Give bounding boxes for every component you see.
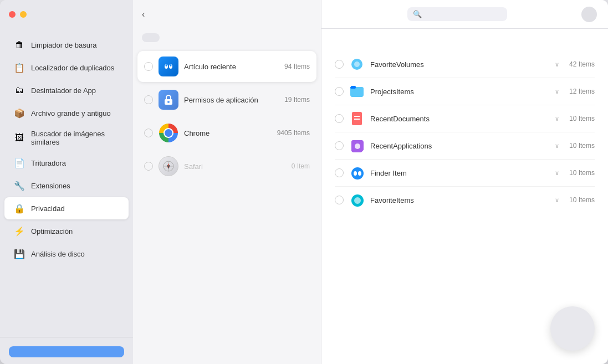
item-count-articulo: 94 Items	[284, 63, 310, 70]
item-checkbox-chrome[interactable]	[144, 129, 153, 137]
sidebar-item-label-limpiador: Limpiador de basura	[31, 41, 97, 49]
sidebar-item-label-archivo: Archivo grande y antiguo	[31, 109, 111, 117]
duplicados-nav-icon: 📋	[13, 61, 25, 74]
traffic-light-red[interactable]	[9, 11, 16, 18]
sidebar-item-label-desinstalador: Desintalador de App	[31, 86, 96, 95]
svg-point-0	[161, 59, 176, 74]
item-count-permisos: 19 Items	[284, 96, 310, 104]
select-all-button[interactable]	[142, 33, 160, 42]
search-input[interactable]	[425, 10, 518, 18]
sub-checkbox-finderitem[interactable]	[335, 168, 344, 177]
item-checkbox-articulo[interactable]	[144, 62, 153, 71]
traffic-light-yellow[interactable]	[20, 11, 27, 18]
help-button[interactable]	[581, 7, 597, 22]
sub-icon-favitems	[349, 192, 365, 208]
sub-chevron-icon-recentapps: ∨	[555, 142, 559, 150]
items-list: Artículo reciente94 ItemsPermisos de apl…	[133, 49, 321, 364]
sub-count-recentdocs: 10 Items	[569, 115, 595, 122]
sub-checkbox-recentapps[interactable]	[335, 141, 344, 150]
sub-name-projitems: ProjectsItems	[370, 88, 549, 96]
sidebar-item-imagenes[interactable]: 🖼Buscador de imágenes similares	[4, 125, 129, 151]
sub-checkbox-favvols[interactable]	[335, 60, 344, 69]
sub-items-list: FavoriteVolumes∨42 ItemsProjectsItems∨12…	[335, 51, 595, 213]
sub-chevron-icon-projitems: ∨	[555, 88, 559, 95]
sidebar-item-archivo[interactable]: 📦Archivo grande y antiguo	[4, 102, 129, 124]
sidebar-item-label-extensiones: Extensiones	[31, 182, 70, 190]
back-button[interactable]: ‹	[142, 9, 147, 19]
sub-count-recentapps: 10 Items	[569, 142, 595, 150]
item-checkbox-safari[interactable]	[144, 162, 153, 171]
sidebar-item-label-trituradora: Trituradora	[31, 159, 66, 167]
sidebar-item-duplicados[interactable]: 📋Localizador de duplicados	[4, 57, 129, 79]
sub-name-favvols: FavoriteVolumes	[370, 60, 549, 69]
search-box: 🔍	[407, 7, 507, 21]
search-icon: 🔍	[413, 10, 422, 18]
sub-item-finderitem[interactable]: Finder Item∨10 Items	[335, 160, 595, 187]
back-arrow-icon: ‹	[142, 9, 145, 19]
svg-point-3	[166, 64, 167, 66]
sub-item-projitems[interactable]: ProjectsItems∨12 Items	[335, 78, 595, 105]
item-name-articulo: Artículo reciente	[184, 63, 279, 71]
sub-item-recentdocs[interactable]: RecentDocuments∨10 Items	[335, 105, 595, 132]
sub-checkbox-recentdocs[interactable]	[335, 114, 344, 123]
user-button[interactable]	[9, 346, 124, 357]
sub-count-finderitem: 10 Items	[569, 169, 595, 177]
item-checkbox-permisos[interactable]	[144, 95, 153, 104]
sidebar-item-optimizacion[interactable]: ⚡Optimización	[4, 220, 129, 242]
trituradora-nav-icon: 📄	[13, 157, 25, 169]
item-name-chrome: Chrome	[184, 129, 272, 137]
sidebar-item-extensiones[interactable]: 🔧Extensiones	[4, 175, 129, 197]
sub-checkbox-projitems[interactable]	[335, 87, 344, 96]
sidebar-item-label-imagenes: Buscador de imágenes similares	[31, 130, 120, 146]
sub-name-recentdocs: RecentDocuments	[370, 115, 549, 123]
sub-count-favitems: 10 Items	[569, 196, 595, 204]
svg-rect-15	[350, 86, 356, 89]
list-item-safari[interactable]: Safari0 Item	[137, 151, 316, 182]
sidebar-item-privacidad[interactable]: 🔒Privacidad	[4, 197, 129, 219]
sub-icon-favvols	[349, 57, 365, 72]
sub-count-favvols: 42 Items	[569, 60, 595, 68]
main-content: ‹ Artículo reciente94 ItemsPermisos de a…	[133, 0, 608, 364]
item-icon-permisos	[159, 90, 178, 110]
sub-checkbox-favitems[interactable]	[335, 196, 344, 204]
limpiador-nav-icon: 🗑	[13, 39, 25, 51]
sub-chevron-icon-favitems: ∨	[555, 197, 559, 204]
item-count-safari: 0 Item	[292, 162, 310, 170]
sub-icon-recentapps	[349, 138, 365, 153]
list-item-articulo[interactable]: Artículo reciente94 Items	[137, 51, 316, 82]
privacidad-nav-icon: 🔒	[13, 202, 25, 214]
sub-icon-finderitem	[349, 165, 365, 181]
sub-item-favvols[interactable]: FavoriteVolumes∨42 Items	[335, 51, 595, 78]
list-item-chrome[interactable]: Chrome9405 Items	[137, 117, 316, 148]
sidebar-item-desinstalador[interactable]: 🗂Desintalador de App	[4, 79, 129, 101]
sidebar-item-label-optimizacion: Optimización	[31, 227, 73, 235]
sub-chevron-icon-finderitem: ∨	[555, 170, 559, 177]
list-item-permisos[interactable]: Permisos de aplicación19 Items	[137, 84, 316, 115]
item-count-chrome: 9405 Items	[277, 129, 310, 137]
svg-point-6	[167, 101, 170, 103]
sidebar-item-label-duplicados: Localizador de duplicados	[31, 64, 114, 72]
sub-name-favitems: FavoriteItems	[370, 196, 549, 204]
sub-item-recentapps[interactable]: RecentApplications∨10 Items	[335, 132, 595, 160]
sub-name-recentapps: RecentApplications	[370, 142, 549, 150]
item-name-safari: Safari	[184, 162, 286, 171]
item-icon-safari	[159, 156, 178, 176]
sidebar-header	[0, 0, 133, 29]
sub-icon-recentdocs	[349, 111, 365, 126]
left-panel: ‹ Artículo reciente94 ItemsPermisos de a…	[133, 0, 321, 364]
clean-button[interactable]	[550, 306, 595, 351]
sidebar-nav: 🗑Limpiador de basura📋Localizador de dupl…	[0, 29, 133, 337]
sub-item-favitems[interactable]: FavoriteItems∨10 Items	[335, 187, 595, 213]
sidebar: 🗑Limpiador de basura📋Localizador de dupl…	[0, 0, 133, 364]
sidebar-item-limpiador[interactable]: 🗑Limpiador de basura	[4, 34, 129, 56]
left-panel-header: ‹	[133, 0, 321, 29]
sidebar-item-label-analisis: Análisis de disco	[31, 250, 85, 258]
sidebar-item-analisis[interactable]: 💾Análisis de disco	[4, 243, 129, 265]
svg-point-13	[354, 61, 360, 67]
sidebar-item-label-privacidad: Privacidad	[31, 204, 65, 213]
sub-icon-projitems	[349, 84, 365, 99]
sidebar-footer	[0, 337, 133, 364]
svg-point-20	[355, 143, 360, 149]
item-icon-chrome	[159, 123, 178, 143]
sidebar-item-trituradora[interactable]: 📄Trituradora	[4, 152, 129, 174]
